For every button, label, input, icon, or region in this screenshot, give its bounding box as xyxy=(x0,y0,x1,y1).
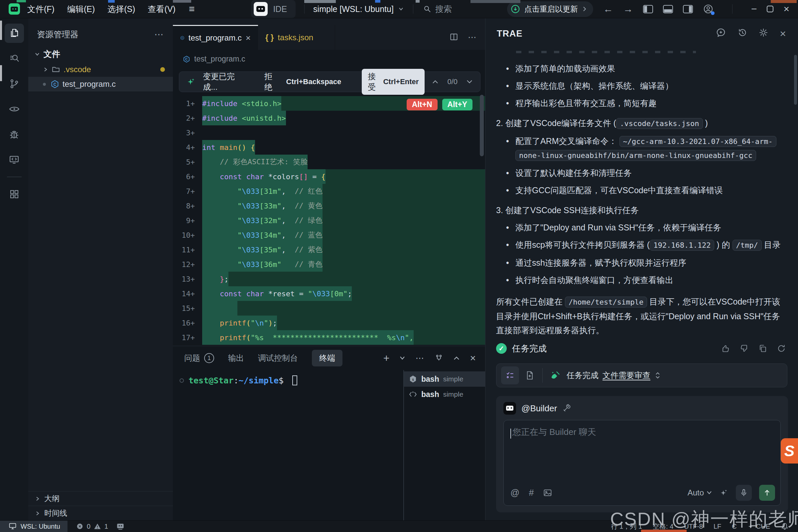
activitybar-preview[interactable] xyxy=(5,99,24,119)
next-change-icon[interactable] xyxy=(466,79,473,84)
send-button[interactable] xyxy=(759,485,775,501)
panel-tab-output[interactable]: 输出 xyxy=(228,353,244,363)
review-files-link[interactable]: 文件需要审查 xyxy=(603,370,650,381)
sidebar-more-icon[interactable]: ⋯ xyxy=(154,29,164,40)
code-line[interactable]: 12+ "\033[36m" // 青色 xyxy=(173,257,485,272)
attach-image-icon[interactable] xyxy=(543,488,552,497)
menu-selection[interactable]: 选择(S) xyxy=(108,4,135,15)
code-line[interactable]: 8+ "\033[33m", // 黄色 xyxy=(173,198,485,213)
toggle-bottom-panel-icon[interactable] xyxy=(663,5,673,13)
agent-selector[interactable]: @Builder xyxy=(504,402,781,415)
editor-more-icon[interactable]: ⋯ xyxy=(468,32,477,42)
code-line[interactable]: 16+ printf("\n"); xyxy=(173,316,485,330)
code-line[interactable]: 10+ "\033[34m", // 蓝色 xyxy=(173,228,485,242)
remote-indicator[interactable]: WSL: Ubuntu xyxy=(0,521,68,532)
split-editor-icon[interactable] xyxy=(449,32,458,41)
activitybar-search[interactable] xyxy=(5,49,24,68)
activitybar-remote[interactable] xyxy=(5,150,24,169)
account-button[interactable] xyxy=(703,4,714,14)
tree-item-test-program-c[interactable]: C test_program.c xyxy=(28,77,173,92)
model-mode-select[interactable]: Auto xyxy=(688,488,712,497)
context-hash-icon[interactable]: # xyxy=(529,488,534,498)
close-window-button[interactable]: × xyxy=(783,3,790,15)
code-line[interactable]: 13+ }; xyxy=(173,272,485,286)
panel-more-icon[interactable]: ⋯ xyxy=(415,353,424,363)
terminal-dropdown-icon[interactable] xyxy=(399,356,405,360)
restart-to-update-button[interactable]: 点击重启以更新 xyxy=(507,1,593,17)
maximize-button[interactable] xyxy=(767,6,773,12)
editor[interactable]: 变更已完成... 拒绝 Ctrl+Backspace 接受 Ctrl+Enter… xyxy=(173,68,485,346)
minimize-button[interactable]: − xyxy=(751,3,757,15)
panel-tab-problems[interactable]: 问题 1 xyxy=(184,353,214,363)
sort-icon[interactable] xyxy=(654,372,661,379)
split-terminal-icon[interactable] xyxy=(435,354,443,362)
code-line[interactable]: 11+ "\033[35m", // 紫色 xyxy=(173,242,485,257)
menu-edit[interactable]: 编辑(E) xyxy=(67,4,95,15)
nav-forward-button[interactable]: → xyxy=(623,3,633,15)
problems-indicator[interactable]: 0 1 xyxy=(76,523,108,530)
close-panel-icon[interactable]: × xyxy=(780,27,786,40)
chat-scrollbar[interactable] xyxy=(794,55,797,105)
sidebar-section-files[interactable]: 文件 xyxy=(28,46,173,62)
hamburger-menu-icon[interactable]: ≡ xyxy=(189,3,195,15)
menu-file[interactable]: 文件(F) xyxy=(27,4,55,15)
code-line[interactable]: 2+#include <unistd.h> xyxy=(173,111,485,125)
code-line[interactable]: 9+ "\033[32m", // 绿色 xyxy=(173,213,485,228)
thumbs-up-icon[interactable] xyxy=(721,344,730,353)
chat-message-bullet: •设置了默认构建任务和清理任务 xyxy=(496,166,786,179)
ide-mode-switch[interactable]: IDE xyxy=(251,0,296,18)
mention-icon[interactable]: @ xyxy=(510,488,519,498)
reject-button[interactable]: 拒绝 xyxy=(264,71,279,92)
mic-button[interactable] xyxy=(736,485,752,501)
copy-icon[interactable] xyxy=(758,344,767,353)
activitybar-explorer[interactable] xyxy=(5,24,24,43)
global-search[interactable]: 搜索 xyxy=(423,4,452,15)
regenerate-icon[interactable] xyxy=(777,344,786,353)
thumbs-down-icon[interactable] xyxy=(740,344,749,353)
chat-input[interactable]: 您正在与 Builder 聊天 @ # Auto xyxy=(504,420,781,506)
sidebar-timeline-section[interactable]: 时间线 xyxy=(28,506,173,520)
close-tab-icon[interactable]: × xyxy=(246,33,251,43)
terminal-list-item[interactable]: bash simple xyxy=(404,387,485,402)
activitybar-source-control[interactable] xyxy=(5,74,24,93)
breadcrumb[interactable]: C test_program.c xyxy=(173,50,485,68)
sidebar-outline-section[interactable]: 大纲 xyxy=(28,491,173,506)
code-line[interactable]: 3+ xyxy=(173,125,485,140)
workspace-switcher[interactable]: simple [WSL: Ubuntu] xyxy=(313,4,404,14)
toggle-right-panel-icon[interactable] xyxy=(683,5,693,13)
menu-view[interactable]: 查看(V) xyxy=(148,4,175,15)
history-icon[interactable] xyxy=(737,27,747,38)
code-line[interactable]: 6+ const char *colors[] = { xyxy=(173,169,485,184)
tab-tasks-json[interactable]: { } tasks.json xyxy=(258,25,335,50)
terminal-list-item[interactable]: $ bash simple xyxy=(404,372,485,387)
gear-icon[interactable] xyxy=(758,27,768,38)
tools-icon[interactable] xyxy=(562,404,571,413)
accept-button[interactable]: 接受 Ctrl+Enter xyxy=(362,69,424,95)
tab-test-program-c[interactable]: C test_program.c × xyxy=(173,25,258,50)
maximize-panel-icon[interactable] xyxy=(453,356,460,361)
code-line[interactable]: 15+ xyxy=(173,301,485,316)
file-changes-button[interactable] xyxy=(525,371,534,380)
checklist-button[interactable] xyxy=(501,366,519,384)
code-line[interactable]: 7+ "\033[31m", // 红色 xyxy=(173,184,485,198)
terminal[interactable]: test@Star:~/simple$ xyxy=(173,370,403,520)
editor-scrollbar[interactable] xyxy=(480,95,484,156)
panel-tab-debug-console[interactable]: 调试控制台 xyxy=(258,353,298,363)
prev-change-icon[interactable] xyxy=(432,79,439,84)
close-panel-icon[interactable]: × xyxy=(470,353,476,364)
code-line[interactable]: 5+ // 彩色ASCII艺术: 笑脸 xyxy=(173,155,485,169)
code-line[interactable]: 17+ printf("%s ************************ … xyxy=(173,330,485,345)
activitybar-extensions[interactable] xyxy=(5,185,24,204)
activitybar-debug[interactable] xyxy=(5,125,24,144)
code-line[interactable]: 4+int main() { xyxy=(173,140,485,155)
nav-back-button[interactable]: ← xyxy=(603,3,613,15)
chevron-down-icon xyxy=(706,491,712,495)
panel-tab-terminal[interactable]: 终端 xyxy=(312,350,342,366)
enhance-sparkle-icon[interactable] xyxy=(719,488,728,497)
trae-status-icon[interactable] xyxy=(116,522,125,531)
code-line[interactable]: 14+ const char *reset = "\033[0m"; xyxy=(173,286,485,301)
new-chat-icon[interactable] xyxy=(716,27,726,38)
toggle-left-panel-icon[interactable] xyxy=(643,5,653,13)
tree-item-vscode-folder[interactable]: .vscode xyxy=(28,62,173,77)
new-terminal-icon[interactable]: + xyxy=(383,352,390,364)
